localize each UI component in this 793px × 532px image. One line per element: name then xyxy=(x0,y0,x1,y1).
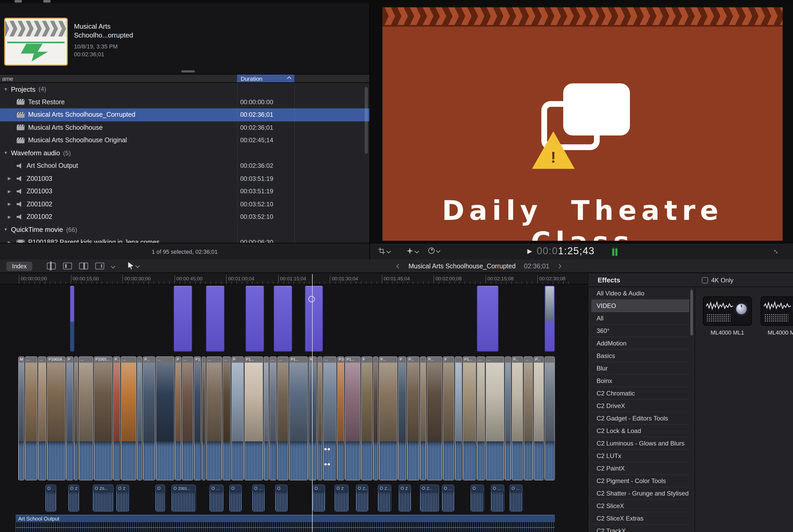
checkbox-icon[interactable] xyxy=(702,277,708,283)
title-clip[interactable] xyxy=(305,286,323,352)
video-clip[interactable]: ... xyxy=(269,356,277,480)
disclosure-triangle-icon[interactable]: ▼ xyxy=(3,151,8,155)
video-clip[interactable] xyxy=(137,356,142,480)
video-clip[interactable]: P xyxy=(398,356,406,480)
effects-category[interactable]: C2 LUTx xyxy=(592,450,689,462)
video-clip[interactable]: P1... xyxy=(289,356,308,480)
audio-clip[interactable]: ... xyxy=(442,484,454,512)
video-clip[interactable]: P xyxy=(231,356,244,480)
audio-clip[interactable]: Z xyxy=(399,484,411,512)
effects-category[interactable]: C2 Shatter - Grunge and Stylised xyxy=(592,487,689,500)
video-clip[interactable]: ... xyxy=(156,356,175,480)
audio-clip[interactable] xyxy=(470,484,484,512)
audio-clip[interactable]: Z xyxy=(334,484,349,512)
video-clip[interactable] xyxy=(420,356,426,480)
list-item[interactable]: Test Restore00:00:00:00 xyxy=(0,96,369,108)
chevron-down-icon[interactable] xyxy=(111,264,115,268)
video-clip[interactable]: P1... xyxy=(463,356,476,480)
audio-clip[interactable]: ... xyxy=(210,484,224,512)
video-clip[interactable]: F xyxy=(443,356,454,480)
video-clip[interactable] xyxy=(544,356,555,480)
keyframe-diamonds[interactable]: ◆◆ xyxy=(324,462,331,466)
audio-clip[interactable]: . xyxy=(313,484,325,512)
effects-category[interactable]: AddMotion xyxy=(592,337,689,349)
disclosure-triangle-icon[interactable]: ▶ xyxy=(7,176,12,181)
playhead-handle[interactable] xyxy=(308,296,315,302)
effect-item[interactable]: ML4000 ML... xyxy=(761,297,793,336)
list-item[interactable]: ▶Z00100300:03:51:19 xyxy=(0,172,369,185)
video-clip[interactable]: ... xyxy=(223,356,231,480)
next-project-icon[interactable] xyxy=(557,264,561,268)
video-clip[interactable] xyxy=(264,356,269,480)
effects-category[interactable]: All xyxy=(592,312,689,325)
crop-button[interactable] xyxy=(378,247,390,254)
effects-category[interactable]: Boinx xyxy=(592,375,689,387)
play-button[interactable]: ▶ xyxy=(527,247,532,255)
effects-category[interactable]: C2 Lock & Load xyxy=(592,425,689,437)
overwrite-clip-icon[interactable] xyxy=(95,263,104,269)
video-clip[interactable]: P xyxy=(66,356,74,480)
scrollbar[interactable] xyxy=(365,87,368,154)
fullscreen-icon[interactable]: ↔ xyxy=(771,245,782,256)
effects-category[interactable]: C2 SliceX xyxy=(592,500,689,512)
titlebar-icon[interactable] xyxy=(15,0,22,3)
video-clip[interactable]: P1... xyxy=(345,356,361,480)
video-clip[interactable]: ... xyxy=(121,356,136,480)
effects-category[interactable]: C2 TrackX xyxy=(592,525,689,532)
video-clip[interactable]: N xyxy=(308,356,317,480)
video-clip[interactable]: F xyxy=(361,356,372,480)
select-tool-button[interactable] xyxy=(128,262,139,269)
video-clip[interactable]: P... xyxy=(113,356,120,480)
title-clip[interactable] xyxy=(544,286,555,352)
video-clip[interactable]: ... xyxy=(38,356,46,480)
video-clip[interactable]: P10018... xyxy=(47,356,66,480)
audio-meters[interactable] xyxy=(612,247,617,256)
group-header[interactable]: ▼Waveform audio(5) xyxy=(0,147,369,159)
list-item[interactable]: ▶Z00100300:03:51:19 xyxy=(0,185,369,198)
video-clip[interactable]: ... xyxy=(277,356,289,480)
effects-category[interactable]: C2 DriveX xyxy=(592,400,689,412)
title-clip[interactable] xyxy=(477,286,499,352)
audio-clip[interactable]: ... xyxy=(491,484,504,512)
4k-only-filter[interactable]: 4K Only xyxy=(702,277,733,284)
effects-category[interactable]: C2 Pigment - Color Tools xyxy=(592,475,689,487)
effects-category[interactable]: Basics xyxy=(592,349,689,362)
effects-category[interactable]: C2 Chromatic xyxy=(592,387,689,400)
effects-category[interactable]: 360° xyxy=(592,325,689,337)
title-clip[interactable] xyxy=(70,286,75,352)
append-clip-icon[interactable] xyxy=(79,263,88,269)
audio-clip[interactable]: ... xyxy=(509,484,523,512)
title-clip[interactable] xyxy=(246,286,264,352)
video-clip[interactable]: ... xyxy=(486,356,504,480)
video-clip[interactable]: P... xyxy=(511,356,523,480)
audio-clip[interactable]: Z... xyxy=(420,484,439,512)
disclosure-triangle-icon[interactable]: ▶ xyxy=(7,240,12,243)
audio-clip[interactable]: Z xyxy=(116,484,129,512)
video-clip[interactable]: ... xyxy=(524,356,533,480)
audio-clip[interactable]: Z xyxy=(68,484,79,512)
disclosure-triangle-icon[interactable]: ▶ xyxy=(7,202,12,207)
list-item[interactable]: ▶P1001882 Parent kids walking in Jena co… xyxy=(0,236,369,243)
effect-item[interactable]: ML4000 ML1 xyxy=(703,297,752,336)
titlebar-icon[interactable] xyxy=(43,0,51,3)
timeline-ruler[interactable]: 00:00:00;0000:00:15;0000:00:30;0000:00:4… xyxy=(0,273,588,285)
effects-category[interactable]: All Video & Audio xyxy=(592,287,689,300)
list-item[interactable]: Art School Output00:02:36:02 xyxy=(0,159,369,172)
video-clip[interactable]: ... xyxy=(25,356,38,480)
video-clip[interactable]: P1... xyxy=(194,356,201,480)
video-clip[interactable]: P... xyxy=(407,356,420,480)
audio-clip[interactable]: ... xyxy=(252,484,265,512)
audio-clip[interactable]: Z001... xyxy=(171,484,196,512)
video-clip[interactable]: P xyxy=(175,356,181,480)
connect-clip-icon[interactable] xyxy=(47,263,56,269)
effects-category[interactable]: VIDEO xyxy=(592,300,689,312)
video-clip[interactable]: ... xyxy=(182,356,193,480)
enhancements-button[interactable] xyxy=(406,247,419,254)
output-track-label[interactable]: Art School Output xyxy=(16,515,555,522)
effects-category[interactable]: C2 Gadget - Editors Tools xyxy=(592,412,689,425)
output-track-waveform[interactable] xyxy=(16,522,555,532)
video-clip[interactable] xyxy=(74,356,78,480)
disclosure-triangle-icon[interactable]: ▶ xyxy=(7,189,12,194)
video-clip[interactable]: ... xyxy=(206,356,222,480)
title-clip[interactable] xyxy=(206,286,225,352)
